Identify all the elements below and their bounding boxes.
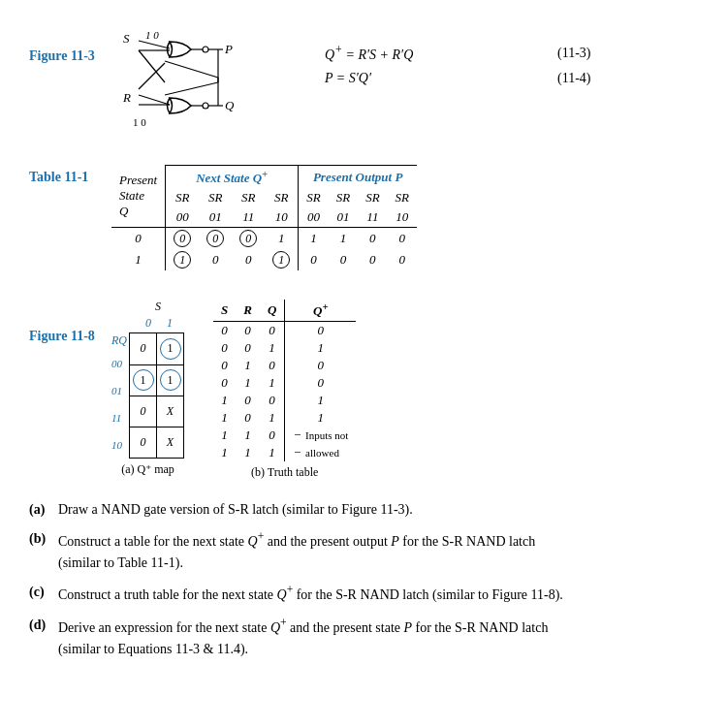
td-s3: 0 (213, 357, 236, 374)
td-q7: 0 (260, 427, 285, 444)
not-allowed-label-2: allowed (305, 447, 339, 459)
col-01-1: 01 (209, 209, 222, 224)
td-r5: 0 (236, 392, 260, 409)
th-qplus: Q+ (285, 300, 357, 321)
td-qp4: 0 (285, 374, 357, 392)
cell-q0-11: 0 (239, 230, 257, 247)
truth-row-2: 0 0 1 1 (213, 339, 356, 357)
cell-q1-out-11: 0 (369, 252, 376, 267)
td-q5: 0 (260, 392, 285, 409)
cell-q0-out-11: 0 (369, 231, 376, 245)
kmap-cell-00-0: 0 (130, 333, 157, 364)
equation-2-number: (11-4) (557, 71, 590, 86)
td-s7: 1 (213, 427, 236, 444)
kmap-body: RQ 00 01 11 10 0 1 (111, 331, 184, 459)
figure-11-8-label: Figure 11-8 (29, 300, 111, 344)
cell-q1-10: 1 (272, 251, 290, 269)
truth-row-7: 1 1 0 − Inputs not (213, 427, 356, 444)
logic-gate-svg: S P 1 0 R (111, 29, 267, 136)
figure-11-8-section: Figure 11-8 S 0 1 RQ 00 (29, 300, 699, 479)
truth-table-11-1: PresentStateQ Next State Q+ Present Outp… (111, 165, 417, 270)
equation-1-text: Q+ = R′S + R′Q (325, 44, 519, 63)
td-s4: 0 (213, 374, 236, 392)
cell-q0-01: 0 (206, 230, 224, 247)
td-qp6: 1 (285, 409, 357, 427)
cell-q1-out-10: 0 (399, 252, 406, 267)
svg-text:1   0: 1 0 (133, 116, 146, 128)
row-q1: 1 (135, 252, 142, 267)
truth-table-b-container: S R Q Q+ 0 0 0 0 0 0 (213, 300, 356, 479)
cell-q0-out-01: 1 (340, 231, 347, 245)
truth-row-1: 0 0 0 0 (213, 321, 356, 339)
sr-col3: SR (241, 190, 255, 205)
kmap-cell-01-1: 1 (157, 364, 184, 396)
cell-q0-out-10: 0 (399, 231, 406, 245)
equation-1-number: (11-3) (557, 46, 590, 61)
sr-col8: SR (396, 190, 409, 205)
sr-col6: SR (336, 190, 350, 205)
question-b-label: (b) (29, 528, 58, 550)
cell-q1-11: 0 (245, 252, 252, 267)
kmap-row-10: 0 X (130, 427, 184, 459)
truth-row-4: 0 1 1 0 (213, 374, 356, 392)
equations-block: Q+ = R′S + R′Q (11-3) P = S′Q′ (11-4) (325, 29, 590, 94)
svg-point-14 (203, 103, 208, 109)
question-c: (c) Construct a truth table for the next… (29, 582, 699, 606)
cell-q1-out-01: 0 (340, 252, 347, 267)
kmap-rq-section: RQ 00 01 11 10 (111, 331, 127, 459)
td-r7: 1 (236, 427, 260, 444)
question-a-label: (a) (29, 499, 58, 521)
question-a-text: Draw a NAND gate version of S-R latch (s… (58, 499, 699, 521)
cell-q0-10: 1 (278, 231, 285, 245)
th-r: R (236, 300, 260, 321)
kmap-container: S 0 1 RQ 00 01 11 10 (111, 300, 356, 479)
svg-line-1 (139, 41, 170, 48)
question-d-text: Derive an expression for the next state … (58, 615, 699, 660)
td-q2: 1 (260, 339, 285, 357)
td-q4: 1 (260, 374, 285, 392)
td-r8: 1 (236, 444, 260, 461)
td-q6: 1 (260, 409, 285, 427)
svg-line-11 (139, 95, 170, 105)
table-11-1-container: PresentStateQ Next State Q+ Present Outp… (111, 165, 417, 270)
figure-11-3-diagram: S P 1 0 R (111, 29, 267, 136)
kmap-col-0: 0 (145, 316, 151, 331)
td-s2: 0 (213, 339, 236, 357)
rq-label: RQ (111, 331, 127, 350)
svg-text:R: R (122, 90, 131, 105)
cell-q0-00: 0 (174, 230, 191, 247)
col-10-2: 10 (396, 209, 408, 224)
svg-line-20 (165, 61, 218, 78)
truth-row-3: 0 1 0 0 (213, 357, 356, 374)
kmap-row-01: 1 1 (130, 364, 184, 396)
row-01: 01 (111, 377, 127, 404)
truth-row-5: 1 0 0 1 (213, 392, 356, 409)
td-qp1: 0 (285, 321, 357, 339)
kmap-cell-11-1: X (157, 396, 184, 427)
truth-caption: (b) Truth table (213, 465, 356, 480)
truth-table-b: S R Q Q+ 0 0 0 0 0 0 (213, 300, 356, 460)
td-s8: 1 (213, 444, 236, 461)
present-output-header: Present Output P (313, 170, 402, 184)
col-01-2: 01 (336, 209, 349, 224)
td-qp7: − Inputs not (285, 427, 357, 444)
table-11-1-section: Table 11-1 PresentStateQ Next State Q+ P… (29, 165, 699, 270)
cell-q1-00: 1 (174, 251, 191, 269)
question-a: (a) Draw a NAND gate version of S-R latc… (29, 499, 699, 521)
col-10-1: 10 (275, 209, 288, 224)
cell-q0-out-00: 1 (310, 231, 317, 245)
td-q3: 0 (260, 357, 285, 374)
th-s: S (213, 300, 236, 321)
td-r4: 1 (236, 374, 260, 392)
td-qp8: − allowed (285, 444, 357, 461)
equation-1-row: Q+ = R′S + R′Q (11-3) (325, 44, 590, 63)
svg-text:P: P (224, 42, 233, 56)
kmap-row-11: 0 X (130, 396, 184, 427)
svg-point-4 (203, 47, 208, 52)
kmap-cell-01-0: 1 (130, 364, 157, 396)
svg-text:1   0: 1 0 (145, 29, 159, 41)
figure-11-3-label: Figure 11-3 (29, 29, 111, 64)
svg-text:Q: Q (225, 98, 235, 112)
truth-header-row: S R Q Q+ (213, 300, 356, 321)
col-00-1: 00 (176, 209, 189, 224)
